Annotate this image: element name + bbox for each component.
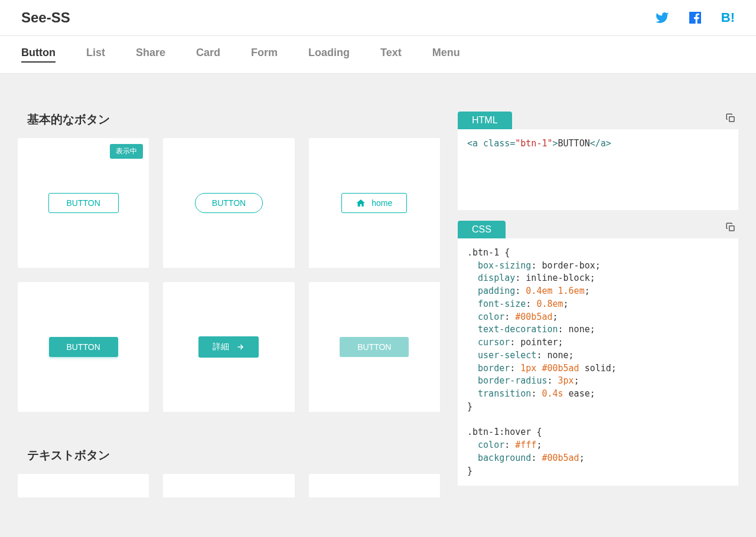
- nav-item-text[interactable]: Text: [380, 47, 402, 63]
- button-outline-icon: home: [341, 193, 407, 213]
- button-solid: BUTTON: [49, 337, 118, 357]
- css-code-block: CSS .btn-1 { box-sizing: border-box; dis…: [458, 221, 738, 486]
- section-title-text: テキストボタン: [27, 447, 440, 463]
- button-solid-light: BUTTON: [340, 337, 409, 357]
- html-code[interactable]: <a class="btn-1">BUTTON</a>: [458, 129, 738, 210]
- code-panel: HTML <a class="btn-1">BUTTON</a> CSS .bt…: [458, 112, 738, 533]
- arrow-right-icon: [236, 343, 245, 351]
- example-card[interactable]: [309, 474, 440, 497]
- example-card[interactable]: [18, 474, 149, 497]
- example-card[interactable]: [163, 474, 294, 497]
- example-card[interactable]: BUTTON: [18, 282, 149, 412]
- main: 基本的なボタン 表示中 BUTTON BUTTON home BUTTON 詳細: [0, 74, 756, 537]
- nav-item-form[interactable]: Form: [251, 47, 278, 63]
- hatena-icon[interactable]: B!: [721, 10, 735, 25]
- nav: Button List Share Card Form Loading Text…: [0, 36, 756, 74]
- button-outline: BUTTON: [48, 193, 119, 213]
- nav-item-menu[interactable]: Menu: [432, 47, 460, 63]
- nav-item-share[interactable]: Share: [136, 47, 165, 63]
- example-card[interactable]: BUTTON: [309, 282, 440, 412]
- button-label: home: [372, 198, 392, 208]
- examples-panel: 基本的なボタン 表示中 BUTTON BUTTON home BUTTON 詳細: [18, 112, 440, 533]
- text-grid: [18, 474, 440, 497]
- example-card[interactable]: BUTTON: [163, 138, 294, 268]
- button-outline-round: BUTTON: [195, 193, 263, 213]
- social-links: B!: [655, 10, 735, 25]
- example-card[interactable]: home: [309, 138, 440, 268]
- copy-icon[interactable]: [725, 222, 736, 233]
- example-card[interactable]: 表示中 BUTTON: [18, 138, 149, 268]
- css-code[interactable]: .btn-1 { box-sizing: border-box; display…: [458, 238, 738, 486]
- logo[interactable]: See-SS: [21, 9, 70, 26]
- html-code-block: HTML <a class="btn-1">BUTTON</a>: [458, 112, 738, 210]
- active-badge: 表示中: [110, 144, 143, 159]
- svg-rect-1: [729, 226, 734, 231]
- nav-item-button[interactable]: Button: [21, 47, 56, 63]
- home-icon: [356, 198, 366, 208]
- section-title-basic: 基本的なボタン: [27, 112, 440, 127]
- basic-grid: 表示中 BUTTON BUTTON home BUTTON 詳細: [18, 138, 440, 412]
- twitter-icon[interactable]: [655, 11, 669, 25]
- header: See-SS B!: [0, 0, 756, 36]
- facebook-icon[interactable]: [688, 11, 702, 25]
- css-tab: CSS: [458, 221, 506, 238]
- nav-item-loading[interactable]: Loading: [308, 47, 350, 63]
- button-label: 詳細: [213, 342, 229, 352]
- svg-rect-0: [729, 117, 734, 122]
- button-solid-icon: 詳細: [198, 336, 259, 358]
- example-card[interactable]: 詳細: [163, 282, 294, 412]
- nav-item-list[interactable]: List: [86, 47, 105, 63]
- copy-icon[interactable]: [725, 113, 736, 123]
- nav-item-card[interactable]: Card: [196, 47, 220, 63]
- html-tab: HTML: [458, 112, 512, 129]
